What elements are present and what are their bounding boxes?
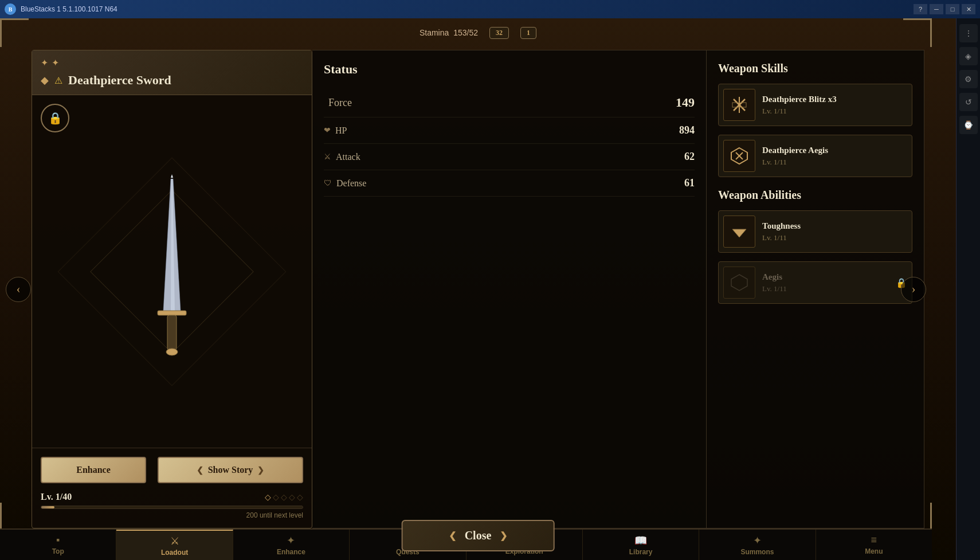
ability-icon-toughness xyxy=(723,216,755,248)
weapon-panel: ✦ ✦ ◆ ⚠ Deathpierce Sword 🔒 xyxy=(32,50,312,528)
hp-icon: ❤ xyxy=(324,126,331,135)
stamina-value: 153/52 xyxy=(453,28,478,37)
nav-item-summons[interactable]: ✦ Summons xyxy=(699,530,816,560)
nav-label-loadout: Loadout xyxy=(161,549,188,557)
nav-item-enhance[interactable]: ✦ Enhance xyxy=(233,530,350,560)
diamond-5: ◇ xyxy=(297,492,303,502)
ability-card-aegis-locked: Aegis Lv. 1/11 🔒 xyxy=(718,261,912,304)
skill-card-blitz: Deathpierce Blitz x3 Lv. 1/11 xyxy=(718,84,912,126)
close-chevron-left: ❮ xyxy=(449,530,456,541)
ability-name-toughness: Toughness xyxy=(762,221,907,231)
stat-label-hp: ❤ HP xyxy=(324,126,347,136)
corner-decoration-bl xyxy=(0,503,29,531)
nav-item-library[interactable]: 📖 Library xyxy=(583,530,699,560)
level-row: Lv. 1/40 ◇ ◇ ◇ ◇ ◇ xyxy=(41,492,303,502)
title-bar: B BlueStacks 1 5.1.100.1017 N64 ? ─ □ ✕ xyxy=(0,0,980,18)
minimize-button[interactable]: ─ xyxy=(930,4,943,14)
nav-icon-library: 📖 xyxy=(634,534,647,547)
skill-card-aegis: Deathpierce Aegis Lv. 1/11 xyxy=(718,135,912,177)
skill-icon-blitz xyxy=(723,89,755,121)
ability-level-aegis-locked: Lv. 1/11 xyxy=(762,284,889,293)
nav-item-top[interactable]: ▪ Top xyxy=(0,530,116,560)
sidebar-icon-1[interactable]: ⋮ xyxy=(959,24,978,42)
diamonds-row: ◇ ◇ ◇ ◇ ◇ xyxy=(265,492,303,502)
close-window-button[interactable]: ✕ xyxy=(962,4,975,14)
sidebar-icon-5[interactable]: ⌚ xyxy=(959,116,978,134)
nav-item-loadout[interactable]: ⚔ Loadout xyxy=(116,530,233,560)
sidebar-icon-4[interactable]: ↺ xyxy=(959,93,978,111)
sword-image xyxy=(138,173,206,370)
nav-label-enhance: Enhance xyxy=(277,548,305,556)
enhance-button[interactable]: Enhance xyxy=(41,457,146,483)
badge-1: 1 xyxy=(520,27,536,39)
level-text: Lv. 1/40 xyxy=(41,492,72,502)
warning-icon: ⚠ xyxy=(54,75,62,86)
show-story-button[interactable]: ❮ Show Story ❯ xyxy=(158,457,303,483)
skill-level-blitz: Lv. 1/11 xyxy=(762,107,907,116)
ability-name-aegis-locked: Aegis xyxy=(762,272,889,282)
stat-value-force: 149 xyxy=(676,95,695,110)
skill-level-aegis: Lv. 1/11 xyxy=(762,158,907,167)
nav-icon-enhance: ✦ xyxy=(287,534,295,547)
diamond-3: ◇ xyxy=(281,492,287,502)
story-arrow-right: ❯ xyxy=(257,465,264,475)
progress-bar-fill xyxy=(41,506,54,508)
close-button-container: ❮ Close ❯ xyxy=(402,520,555,551)
corner-decoration-tr xyxy=(903,18,932,47)
help-button[interactable]: ? xyxy=(914,4,927,14)
next-level-text: 200 until next level xyxy=(41,511,303,519)
stat-value-hp: 894 xyxy=(679,124,695,136)
ability-card-toughness: Toughness Lv. 1/11 xyxy=(718,210,912,253)
weapon-diamond-icon: ◆ xyxy=(41,74,49,87)
arrow-left-button[interactable]: ‹ xyxy=(6,277,31,302)
skill-info-aegis: Deathpierce Aegis Lv. 1/11 xyxy=(762,146,907,167)
app-title: BlueStacks 1 5.1.100.1017 N64 xyxy=(21,5,909,13)
stat-label-force: Force xyxy=(324,97,352,109)
stamina-label: Stamina xyxy=(420,28,449,37)
close-label: Close xyxy=(465,529,492,542)
sidebar-icon-2[interactable]: ◈ xyxy=(959,47,978,65)
right-sidebar: ⋮ ◈ ⚙ ↺ ⌚ xyxy=(956,18,980,560)
show-story-label: Show Story xyxy=(208,465,253,475)
nav-item-menu[interactable]: ≡ Menu xyxy=(816,530,932,560)
stat-label-defense: 🛡 Defense xyxy=(324,178,366,189)
ability-info-toughness: Toughness Lv. 1/11 xyxy=(762,221,907,242)
nav-icon-loadout: ⚔ xyxy=(170,535,179,547)
nav-icon-summons: ✦ xyxy=(753,534,762,547)
ability-info-aegis-locked: Aegis Lv. 1/11 xyxy=(762,272,889,293)
diamond-4: ◇ xyxy=(289,492,295,502)
skill-name-blitz: Deathpierce Blitz x3 xyxy=(762,95,907,104)
top-hud: Stamina 153/52 32 1 xyxy=(0,18,956,47)
weapon-abilities-title: Weapon Abilities xyxy=(718,189,912,202)
status-panel: Status Force 149 ❤ HP 894 ⚔ Attack xyxy=(312,50,707,528)
svg-point-4 xyxy=(166,348,178,355)
corner-decoration-br xyxy=(903,503,932,531)
nav-icon-top: ▪ xyxy=(56,534,60,546)
ability-icon-aegis-locked xyxy=(723,267,755,299)
skill-name-aegis: Deathpierce Aegis xyxy=(762,146,907,155)
weapon-footer: Enhance ❮ Show Story ❯ Lv. 1/40 ◇ ◇ ◇ ◇ … xyxy=(32,448,312,528)
star-1: ✦ xyxy=(41,57,48,68)
sidebar-icon-3[interactable]: ⚙ xyxy=(959,70,978,88)
skill-info-blitz: Deathpierce Blitz x3 Lv. 1/11 xyxy=(762,95,907,116)
window-controls[interactable]: ? ─ □ ✕ xyxy=(914,4,975,14)
stamina-display: Stamina 153/52 xyxy=(420,28,478,37)
game-background: Stamina 153/52 32 1 ‹ › ✦ ✦ ◆ ⚠ Deathpie… xyxy=(0,18,956,560)
restore-button[interactable]: □ xyxy=(946,4,959,14)
arrow-right-button[interactable]: › xyxy=(901,277,926,302)
nav-label-menu: Menu xyxy=(865,547,883,555)
close-button[interactable]: ❮ Close ❯ xyxy=(402,520,555,551)
attack-icon: ⚔ xyxy=(324,152,331,162)
weapon-body: 🔒 xyxy=(32,95,312,448)
stat-label-attack: ⚔ Attack xyxy=(324,152,360,162)
weapon-name: Deathpierce Sword xyxy=(68,73,171,88)
stat-row-attack: ⚔ Attack 62 xyxy=(324,144,695,170)
lock-icon: 🔒 xyxy=(41,104,69,132)
close-chevron-right: ❯ xyxy=(500,530,507,541)
stat-value-defense: 61 xyxy=(684,177,695,189)
nav-icon-menu: ≡ xyxy=(871,534,877,546)
app-icon: B xyxy=(5,3,16,15)
svg-rect-3 xyxy=(167,315,177,350)
progress-bar-bg xyxy=(41,506,303,509)
button-row: Enhance ❮ Show Story ❯ xyxy=(41,457,303,483)
